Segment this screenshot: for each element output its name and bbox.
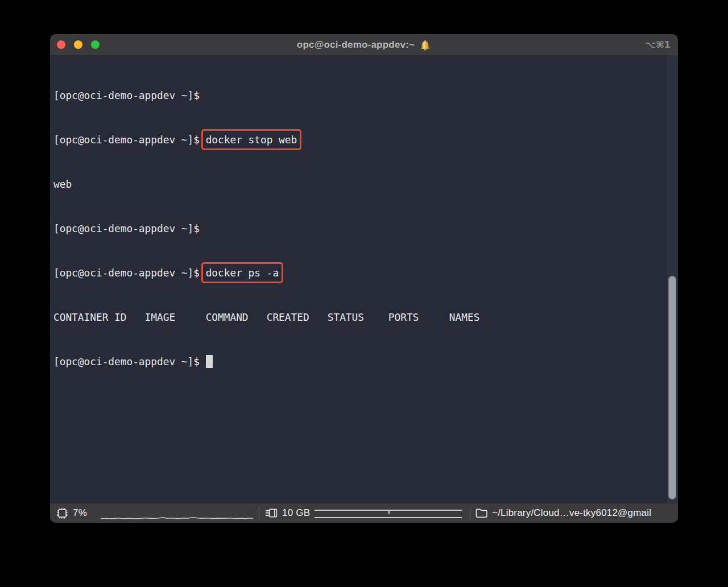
terminal-line: [opc@oci-demo-appdev ~]$ docker stop web — [53, 133, 663, 147]
titlebar[interactable]: opc@oci-demo-appdev:~ ⌥⌘1 — [50, 34, 678, 55]
zoom-button[interactable] — [91, 40, 100, 49]
terminal-cursor — [206, 355, 213, 368]
memory-value: 10 GB — [282, 507, 310, 519]
terminal-window: opc@oci-demo-appdev:~ ⌥⌘1 [o — [50, 34, 678, 523]
cpu-usage-value: 7% — [73, 507, 87, 519]
statusbar-divider — [259, 507, 259, 519]
terminal-screen[interactable]: [opc@oci-demo-appdev ~]$ [opc@oci-demo-a… — [50, 55, 678, 503]
statusbar-divider — [470, 507, 470, 519]
scrollbar-track[interactable] — [666, 55, 678, 503]
window-title: opc@oci-demo-appdev:~ — [297, 39, 415, 51]
terminal-line: web — [53, 177, 663, 192]
docker-ps-header-row: CONTAINER ID IMAGE COMMAND CREATED STATU… — [53, 310, 663, 325]
statusbar-memory-item[interactable]: 10 GB — [264, 503, 310, 523]
terminal-line: [opc@oci-demo-appdev ~]$ — [53, 221, 663, 236]
current-directory-path: ~/Library/Cloud…ve-tky6012@gmail — [492, 507, 651, 519]
terminal-output: [opc@oci-demo-appdev ~]$ [opc@oci-demo-a… — [53, 59, 663, 399]
folder-icon — [475, 507, 488, 519]
annotated-command-docker-ps: docker ps -a — [201, 262, 283, 283]
terminal-line: [opc@oci-demo-appdev ~]$ — [53, 88, 663, 103]
memory-icon — [264, 507, 278, 519]
prompt-text: [opc@oci-demo-appdev ~]$ — [53, 267, 206, 279]
traffic-lights — [50, 40, 100, 49]
minimize-button[interactable] — [74, 40, 82, 49]
terminal-line: [opc@oci-demo-appdev ~]$ docker ps -a — [53, 266, 663, 280]
window-number-shortcut: ⌥⌘1 — [646, 34, 671, 55]
statusbar: 7% 10 GB — [50, 503, 678, 523]
close-button[interactable] — [57, 40, 65, 49]
cpu-sparkline — [100, 512, 253, 521]
memory-graph — [315, 503, 462, 523]
statusbar-directory-item[interactable]: ~/Library/Cloud…ve-tky6012@gmail — [475, 503, 651, 523]
cpu-chip-icon — [56, 507, 69, 520]
scrollbar-thumb[interactable] — [668, 276, 676, 499]
terminal-line: [opc@oci-demo-appdev ~]$ — [53, 354, 663, 369]
prompt-text: [opc@oci-demo-appdev ~]$ — [53, 134, 206, 146]
annotated-command-docker-stop: docker stop web — [201, 129, 302, 150]
prompt-text: [opc@oci-demo-appdev ~]$ — [53, 355, 206, 367]
statusbar-cpu-item[interactable]: 7% — [56, 503, 87, 523]
bell-icon — [419, 39, 431, 52]
